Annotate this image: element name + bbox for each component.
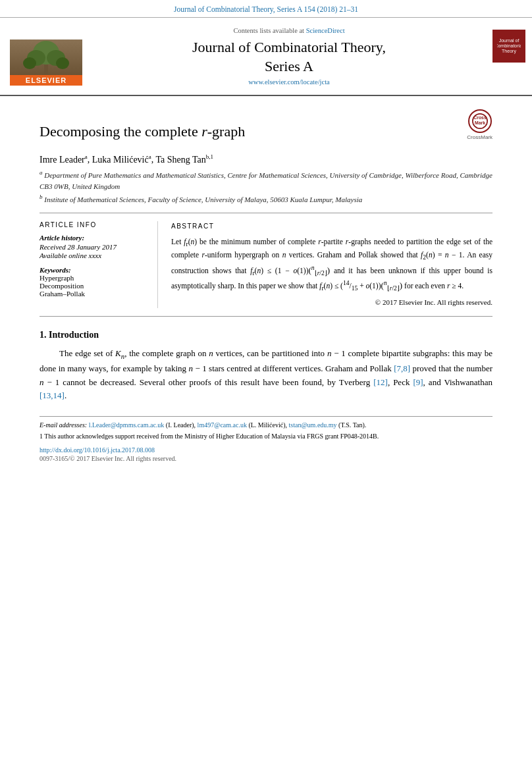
journal-title-block: Contents lists available at ScienceDirec… [92,24,486,88]
keyword-3: Graham–Pollak [40,290,149,298]
email-footnote: E-mail addresses: l.Leader@dpmms.cam.ac.… [40,421,492,430]
email1-person: (I. Leader), [166,421,196,429]
contents-label: Contents lists available at [233,27,304,34]
keyword-1: Hypergraph [40,274,149,282]
Kn-italic: K [115,348,121,358]
author3-sup: b,1 [206,153,213,160]
affiliations-block: a Department of Pure Mathematics and Mat… [40,169,492,205]
email2-link[interactable]: lm497@cam.ac.uk [198,421,247,429]
doi-link[interactable]: http://dx.doi.org/10.1016/j.jcta.2017.08… [40,446,155,454]
crossmark-icon: Journal of Combinatorial Theory [497,34,521,58]
contents-available-line: Contents lists available at ScienceDirec… [105,27,473,34]
abstract-title: ABSTRACT [171,221,492,231]
crossmark-circle: Cross Mark [468,109,492,133]
ref-12[interactable]: [12] [373,377,388,387]
journal-header: ELSEVIER Contents lists available at Sci… [0,18,532,96]
title-row: Decomposing the complete r-graph Cross M… [40,109,492,147]
footnotes-area: E-mail addresses: l.Leader@dpmms.cam.ac.… [40,416,492,462]
ref-9[interactable]: [9] [413,377,423,387]
available-line: Available online xxxx [40,251,149,259]
introduction-section: 1. Introduction The edge set of Kn, the … [40,330,492,403]
author2-name: , Luka Milićević [88,154,149,164]
authors-line: Imre Leadera, Luka Milićevića, Ta Sheng … [40,153,492,165]
crossmark-label: CrossMark [467,134,492,140]
affil-b-text: Institute of Mathematical Sciences, Facu… [44,196,362,203]
journal-reference-bar: Journal of Combinatorial Theory, Series … [0,0,532,18]
elsevier-logo-block: ELSEVIER [0,24,92,88]
keywords-label: Keywords: [40,266,149,274]
svg-rect-0 [44,65,48,74]
history-label: Article history: [40,234,149,242]
footer-copyright: 0097-3165/© 2017 Elsevier Inc. All right… [40,455,492,462]
intro-paragraph: The edge set of Kn, the complete graph o… [40,347,492,403]
svg-text:Theory: Theory [502,49,516,54]
article-title-part2: -graph [207,123,245,140]
affil-b: b Institute of Mathematical Sciences, Fa… [40,193,492,205]
author1-name: Imre Leader [40,154,85,164]
divider-after-affiliations [40,213,492,213]
divider-after-abstract [40,316,492,317]
n2-italic: n [188,363,193,373]
email1-link[interactable]: l.Leader@dpmms.cam.ac.uk [89,421,165,429]
affil-a: a Department of Pure Mathematics and Mat… [40,169,492,192]
doi-link-line[interactable]: http://dx.doi.org/10.1016/j.jcta.2017.08… [40,446,492,454]
svg-point-4 [23,57,36,69]
crossmark-svg: Cross Mark [472,113,488,129]
article-title-part1: Decomposing the complete [40,123,201,140]
section-title-text: Introduction [49,330,99,340]
keywords-section: Keywords: Hypergraph Decomposition Graha… [40,266,149,298]
section-1-title: 1. Introduction [40,330,492,340]
article-history: Article history: Received 28 January 201… [40,234,149,259]
main-content: Decomposing the complete r-graph Cross M… [0,96,532,475]
elsevier-logo-image: ELSEVIER [10,40,82,86]
ref-13-14[interactable]: [13,14] [40,390,65,400]
keyword-2: Decomposition [40,282,149,290]
svg-text:Mark: Mark [475,120,485,125]
author3-name: , Ta Sheng Tan [151,154,206,164]
sciencedirect-link[interactable]: ScienceDirect [306,27,345,34]
affil-b-sup: b [40,194,43,200]
affil-a-sup: a [40,169,43,176]
Kn-sub: n [121,352,124,360]
email3-person: (T.S. Tan). [338,421,366,429]
elsevier-tree-graphic [10,40,82,75]
info-abstract-columns: ARTICLE INFO Article history: Received 2… [40,221,492,308]
ref-7-8[interactable]: [7,8] [394,363,410,373]
svg-text:Journal of: Journal of [499,38,519,43]
abstract-text: Let fr(n) be the minimum number of compl… [171,236,492,293]
received-line: Received 28 January 2017 [40,243,149,251]
n-italic: n [209,348,213,358]
n1-italic: n [327,348,332,358]
svg-point-5 [56,57,69,69]
email3-link[interactable]: tstan@um.edu.my [289,421,337,429]
email-label: E-mail addresses: [40,421,87,429]
affil-a-text: Department of Pure Mathematics and Mathe… [40,171,492,190]
footnote-1: 1 This author acknowledges support recei… [40,432,492,441]
crossmark-badge: Cross Mark CrossMark [467,109,492,140]
n3-italic: n [40,377,44,387]
abstract-block: ABSTRACT Let fr(n) be the minimum number… [171,221,492,308]
email2-person: (L. Milićević), [248,421,287,429]
tree-svg [10,40,82,75]
elsevier-wordmark: ELSEVIER [10,75,82,86]
article-title-rvar: r [201,123,207,140]
journal-big-title: Journal of Combinatorial Theory,Series A [105,38,473,76]
abstract-copyright: © 2017 Elsevier Inc. All rights reserved… [171,297,492,308]
svg-text:Combinatorial: Combinatorial [497,43,521,48]
svg-text:Cross: Cross [473,115,487,120]
article-info-column: ARTICLE INFO Article history: Received 2… [40,221,158,308]
section-number: 1. [40,330,47,340]
crossmark-logo-block: Journal of Combinatorial Theory [486,24,532,88]
article-title: Decomposing the complete r-graph [40,122,245,142]
journal-url[interactable]: www.elsevier.com/locate/jcta [105,78,473,86]
crossmark-box: Journal of Combinatorial Theory [492,30,525,63]
article-info-title: ARTICLE INFO [40,221,149,228]
journal-reference-text: Journal of Combinatorial Theory, Series … [174,5,358,13]
